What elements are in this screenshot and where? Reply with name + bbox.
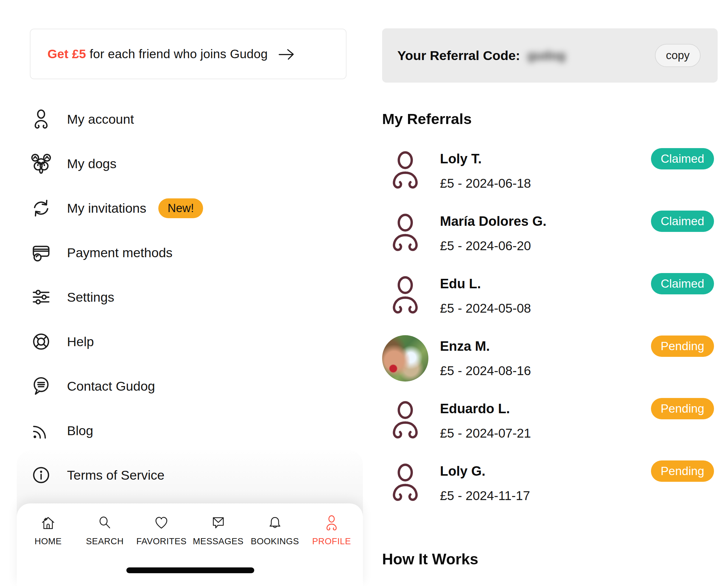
status-badge: Pending: [651, 460, 714, 482]
bell-icon: [266, 514, 283, 532]
rss-icon: [30, 419, 52, 442]
copy-button[interactable]: copy: [655, 44, 701, 67]
lifebuoy-icon: [30, 330, 52, 353]
tab-label: SEARCH: [86, 536, 124, 546]
tab-label: PROFILE: [312, 536, 351, 546]
person-avatar-icon: [382, 148, 428, 194]
home-icon: [40, 514, 57, 532]
status-badge: Claimed: [651, 273, 714, 294]
tab-bookings[interactable]: BOOKINGS: [252, 514, 298, 546]
tab-label: MESSAGES: [193, 536, 243, 546]
bottom-tab-bar: HOME SEARCH FAVORITES: [17, 504, 363, 586]
referral-detail: £5 - 2024-05-08: [440, 301, 531, 316]
referral-code-label: Your Referral Code:: [397, 48, 520, 63]
sliders-icon: [30, 286, 52, 309]
referral-list: Loly T. £5 - 2024-06-18 Claimed María Do…: [382, 140, 718, 514]
status-badge: Pending: [651, 336, 714, 357]
menu-item-blog[interactable]: Blog: [30, 408, 346, 453]
heart-icon: [153, 514, 170, 532]
menu-label: Settings: [67, 290, 114, 305]
menu-label: Help: [67, 334, 94, 349]
person-avatar-icon: [382, 273, 428, 319]
avatar-photo: [382, 335, 428, 382]
referral-row: Loly G. £5 - 2024-11-17 Pending: [382, 452, 718, 514]
tab-label: FAVORITES: [136, 536, 187, 546]
how-it-works-title: How It Works: [382, 550, 478, 568]
promo-text: for each friend who joins Gudog: [86, 47, 268, 61]
tab-favorites[interactable]: FAVORITES: [138, 514, 184, 546]
search-icon: [96, 514, 113, 532]
menu-label: My invitations: [67, 201, 146, 216]
status-badge: Claimed: [651, 211, 714, 232]
referral-detail: £5 - 2024-07-21: [440, 426, 531, 441]
profile-screen: Get £5 for each friend who joins Gudog M…: [0, 0, 728, 586]
referral-row: María Dolores G. £5 - 2024-06-20 Claimed: [382, 202, 718, 265]
tab-home[interactable]: HOME: [25, 514, 71, 546]
referral-name: Eduardo L.: [440, 401, 531, 416]
referral-name: María Dolores G.: [440, 214, 547, 229]
referral-promo-banner[interactable]: Get £5 for each friend who joins Gudog: [30, 29, 346, 79]
tab-messages[interactable]: MESSAGES: [196, 514, 241, 546]
person-icon: [30, 108, 52, 130]
referral-code-value: gudog: [527, 48, 565, 63]
person-avatar-icon: [382, 398, 428, 444]
menu-label: Contact Gudog: [67, 379, 155, 394]
menu-item-my-account[interactable]: My account: [30, 97, 346, 141]
menu-label: Blog: [67, 423, 93, 438]
referral-row: Edu L. £5 - 2024-05-08 Claimed: [382, 265, 718, 327]
refresh-arrows-icon: [30, 197, 52, 219]
profile-menu: My account My dogs: [30, 97, 346, 497]
promo-highlight: Get £5: [48, 47, 86, 61]
my-referrals-title: My Referrals: [382, 110, 472, 127]
tab-label: HOME: [35, 536, 62, 546]
home-indicator[interactable]: [126, 567, 254, 573]
tab-label: BOOKINGS: [251, 536, 299, 546]
referral-name: Edu L.: [440, 276, 531, 291]
status-badge: Claimed: [651, 148, 714, 169]
referral-name: Enza M.: [440, 339, 531, 354]
menu-label: Payment methods: [67, 245, 173, 260]
dog-face-icon: [30, 152, 52, 175]
person-avatar-icon: [382, 210, 428, 257]
menu-item-terms-of-service[interactable]: Terms of Service: [30, 453, 346, 497]
new-badge: New!: [158, 198, 203, 218]
referral-row: Loly T. £5 - 2024-06-18 Claimed: [382, 140, 718, 202]
message-icon: [210, 514, 227, 532]
referral-code-bar: Your Referral Code: gudog copy: [382, 28, 718, 82]
referral-row: Eduardo L. £5 - 2024-07-21 Pending: [382, 389, 718, 452]
menu-item-settings[interactable]: Settings: [30, 275, 346, 319]
menu-item-contact-gudog[interactable]: Contact Gudog: [30, 364, 346, 408]
menu-item-my-dogs[interactable]: My dogs: [30, 141, 346, 186]
referral-row: Enza M. £5 - 2024-08-16 Pending: [382, 327, 718, 389]
referral-detail: £5 - 2024-11-17: [440, 488, 530, 503]
speech-bubble-icon: [30, 375, 52, 397]
credit-card-icon: [30, 241, 52, 264]
referral-name: Loly G.: [440, 464, 530, 479]
menu-label: Terms of Service: [67, 468, 164, 483]
menu-label: My dogs: [67, 156, 116, 171]
tab-search[interactable]: SEARCH: [82, 514, 128, 546]
status-badge: Pending: [651, 398, 714, 419]
referral-detail: £5 - 2024-06-20: [440, 239, 547, 253]
referral-name: Loly T.: [440, 151, 531, 166]
menu-item-help[interactable]: Help: [30, 319, 346, 364]
person-avatar-icon: [382, 460, 428, 507]
referral-detail: £5 - 2024-06-18: [440, 176, 531, 191]
person-icon: [323, 514, 340, 532]
arrow-right-icon: [278, 47, 295, 60]
menu-item-payment-methods[interactable]: Payment methods: [30, 230, 346, 275]
menu-label: My account: [67, 112, 134, 127]
menu-item-my-invitations[interactable]: My invitations New!: [30, 186, 346, 230]
tab-profile[interactable]: PROFILE: [309, 514, 355, 546]
info-circle-icon: [30, 464, 52, 486]
referral-detail: £5 - 2024-08-16: [440, 364, 531, 378]
